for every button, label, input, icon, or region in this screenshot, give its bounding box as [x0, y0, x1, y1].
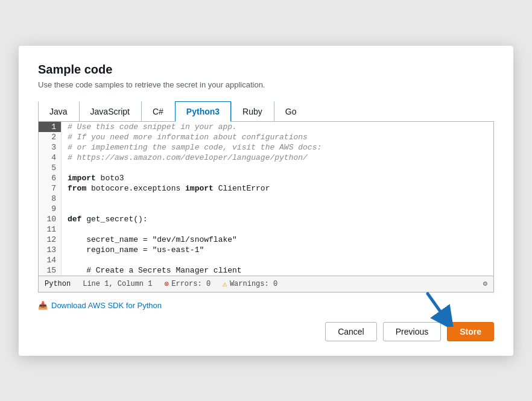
- line-content-1: # Use this code snippet in your app.: [62, 122, 493, 132]
- status-position: Line 1, Column 1: [83, 280, 152, 288]
- code-line-8: 8: [39, 194, 493, 204]
- language-tabs: Java JavaScript C# Python3 Ruby Go: [38, 101, 494, 122]
- code-line-2: 2# If you need more information about co…: [39, 132, 493, 142]
- error-icon: ⊗: [164, 279, 169, 289]
- code-line-9: 9: [39, 204, 493, 214]
- line-number-8: 8: [39, 194, 62, 204]
- line-number-3: 3: [39, 142, 62, 153]
- line-number-9: 9: [39, 204, 62, 214]
- cancel-button[interactable]: Cancel: [325, 322, 377, 341]
- line-content-2: # If you need more information about con…: [62, 132, 493, 142]
- line-content-10: def get_secret():: [62, 214, 493, 224]
- line-number-6: 6: [39, 173, 62, 183]
- line-number-10: 10: [39, 214, 62, 224]
- code-line-14: 14: [39, 255, 493, 265]
- code-line-1: 1# Use this code snippet in your app.: [39, 122, 493, 132]
- svg-line-0: [428, 294, 447, 321]
- line-content-3: # or implementing the sample code, visit…: [62, 142, 493, 153]
- line-number-11: 11: [39, 224, 62, 235]
- code-editor: 1# Use this code snippet in your app.2# …: [38, 122, 494, 292]
- line-content-5: [62, 163, 493, 173]
- line-content-8: [62, 194, 493, 204]
- modal-title: Sample code: [38, 63, 494, 77]
- download-icon: 📥: [38, 301, 48, 310]
- line-content-11: [62, 224, 493, 235]
- sample-code-modal: Sample code Use these code samples to re…: [19, 46, 513, 356]
- code-line-4: 4# https://aws.amazon.com/developer/lang…: [39, 153, 493, 163]
- tab-javascript[interactable]: JavaScript: [79, 101, 141, 122]
- modal-subtitle: Use these code samples to retrieve the s…: [38, 80, 494, 89]
- status-errors: ⊗ Errors: 0: [164, 279, 211, 289]
- tab-csharp[interactable]: C#: [141, 101, 175, 122]
- code-line-10: 10def get_secret():: [39, 214, 493, 224]
- code-line-15: 15 # Create a Secrets Manager client: [39, 265, 493, 276]
- line-number-1: 1: [39, 122, 62, 132]
- status-bar: Python Line 1, Column 1 ⊗ Errors: 0 ⚠ Wa…: [39, 276, 493, 292]
- status-language: Python: [45, 280, 71, 288]
- line-content-12: secret_name = "dev/ml/snowflake": [62, 235, 493, 245]
- tab-python3[interactable]: Python3: [175, 101, 231, 122]
- line-number-4: 4: [39, 153, 62, 163]
- code-line-3: 3# or implementing the sample code, visi…: [39, 142, 493, 153]
- line-content-4: # https://aws.amazon.com/developer/langu…: [62, 153, 493, 163]
- line-number-13: 13: [39, 245, 62, 255]
- line-content-7: from botocore.exceptions import ClientEr…: [62, 183, 493, 194]
- line-number-12: 12: [39, 235, 62, 245]
- line-content-6: import boto3: [62, 173, 493, 183]
- arrow-indicator: [423, 291, 459, 327]
- status-warnings: ⚠ Warnings: 0: [223, 279, 277, 289]
- code-line-6: 6import boto3: [39, 173, 493, 183]
- line-number-7: 7: [39, 183, 62, 194]
- code-line-11: 11: [39, 224, 493, 235]
- footer-buttons: Cancel Previous Store: [38, 322, 494, 341]
- line-number-5: 5: [39, 163, 62, 173]
- line-content-14: [62, 255, 493, 265]
- line-number-15: 15: [39, 265, 62, 276]
- line-number-14: 14: [39, 255, 62, 265]
- code-line-12: 12 secret_name = "dev/ml/snowflake": [39, 235, 493, 245]
- code-line-13: 13 region_name = "us-east-1": [39, 245, 493, 255]
- line-content-9: [62, 204, 493, 214]
- code-line-5: 5: [39, 163, 493, 173]
- code-lines-container: 1# Use this code snippet in your app.2# …: [39, 122, 493, 276]
- tab-go[interactable]: Go: [274, 101, 308, 122]
- warning-icon: ⚠: [223, 279, 227, 289]
- tab-java[interactable]: Java: [38, 101, 79, 122]
- line-content-15: # Create a Secrets Manager client: [62, 265, 493, 276]
- tab-ruby[interactable]: Ruby: [231, 101, 274, 122]
- line-number-2: 2: [39, 132, 62, 142]
- line-content-13: region_name = "us-east-1": [62, 245, 493, 255]
- settings-gear-icon[interactable]: ⚙: [483, 279, 487, 288]
- code-line-7: 7from botocore.exceptions import ClientE…: [39, 183, 493, 194]
